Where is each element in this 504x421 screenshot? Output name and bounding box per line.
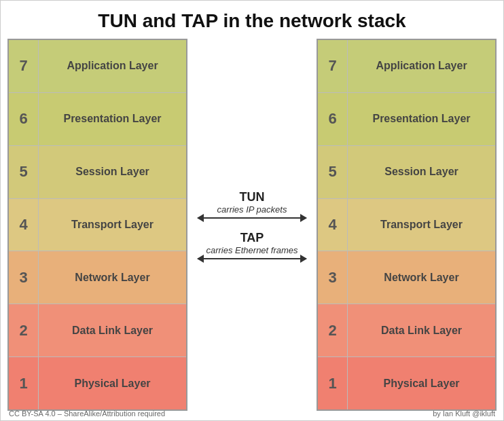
tun-arrow	[198, 217, 306, 219]
tun-section: TUN carries IP packets	[198, 190, 306, 219]
layer-row-6: 6Presentation Layer	[9, 93, 186, 146]
layer-row-6: 6Presentation Layer	[318, 93, 495, 146]
layer-num-7: 7	[9, 40, 39, 92]
layer-label-4: Transport Layer	[39, 199, 186, 251]
footer-right: by Ian Kluft @ikluft	[433, 409, 495, 418]
layer-label-4: Transport Layer	[348, 199, 495, 251]
layer-row-7: 7Application Layer	[318, 40, 495, 93]
footer: CC BY-SA 4.0 – ShareAlike/Attribution re…	[1, 409, 503, 418]
left-stack: 7Application Layer6Presentation Layer5Se…	[7, 39, 187, 411]
right-stack: 7Application Layer6Presentation Layer5Se…	[317, 39, 497, 411]
layer-row-4: 4Transport Layer	[318, 199, 495, 252]
layer-num-3: 3	[9, 251, 39, 304]
tun-label: TUN	[240, 190, 265, 204]
layer-label-5: Session Layer	[348, 146, 495, 198]
layer-label-3: Network Layer	[39, 251, 186, 304]
tap-section: TAP carries Ethernet frames	[198, 231, 306, 259]
layer-num-2: 2	[9, 304, 39, 356]
layer-label-2: Data Link Layer	[348, 304, 495, 356]
layer-row-7: 7Application Layer	[9, 40, 186, 93]
layer-num-3: 3	[318, 251, 348, 304]
layer-label-3: Network Layer	[348, 251, 495, 304]
tun-arrow-line	[198, 217, 252, 219]
tun-arrow-line-r	[252, 217, 306, 219]
layer-row-5: 5Session Layer	[9, 146, 186, 199]
layer-label-6: Presentation Layer	[348, 93, 495, 145]
tap-sublabel: carries Ethernet frames	[206, 245, 298, 255]
layer-label-1: Physical Layer	[348, 357, 495, 409]
tun-sublabel: carries IP packets	[217, 204, 287, 215]
layer-label-7: Application Layer	[39, 40, 186, 92]
layer-label-2: Data Link Layer	[39, 304, 186, 356]
layer-row-1: 1Physical Layer	[9, 357, 186, 409]
layer-label-6: Presentation Layer	[39, 93, 186, 145]
layer-num-6: 6	[9, 93, 39, 145]
page-title: TUN and TAP in the network stack	[1, 1, 503, 39]
layer-row-5: 5Session Layer	[318, 146, 495, 199]
layer-row-4: 4Transport Layer	[9, 199, 186, 252]
layer-num-4: 4	[318, 199, 348, 251]
layer-row-1: 1Physical Layer	[318, 357, 495, 409]
layer-row-3: 3Network Layer	[318, 251, 495, 304]
layer-num-7: 7	[318, 40, 348, 92]
tap-label: TAP	[240, 231, 264, 245]
layer-row-2: 2Data Link Layer	[318, 304, 495, 357]
layer-row-2: 2Data Link Layer	[9, 304, 186, 357]
footer-left: CC BY-SA 4.0 – ShareAlike/Attribution re…	[9, 409, 165, 418]
layer-label-5: Session Layer	[39, 146, 186, 198]
tap-arrow-line-r	[252, 258, 306, 259]
main-content: 7Application Layer6Presentation Layer5Se…	[1, 39, 503, 411]
layer-num-6: 6	[318, 93, 348, 145]
layer-label-1: Physical Layer	[39, 357, 186, 409]
layer-num-2: 2	[318, 304, 348, 356]
middle-area: TUN carries IP packets TAP carries Ether…	[187, 39, 317, 411]
layer-num-1: 1	[318, 357, 348, 409]
layer-num-1: 1	[9, 357, 39, 409]
layer-num-5: 5	[9, 146, 39, 198]
tap-arrow-line	[198, 258, 252, 259]
layer-row-3: 3Network Layer	[9, 251, 186, 304]
tap-arrow	[198, 258, 306, 259]
layer-num-4: 4	[9, 199, 39, 251]
layer-num-5: 5	[318, 146, 348, 198]
layer-label-7: Application Layer	[348, 40, 495, 92]
